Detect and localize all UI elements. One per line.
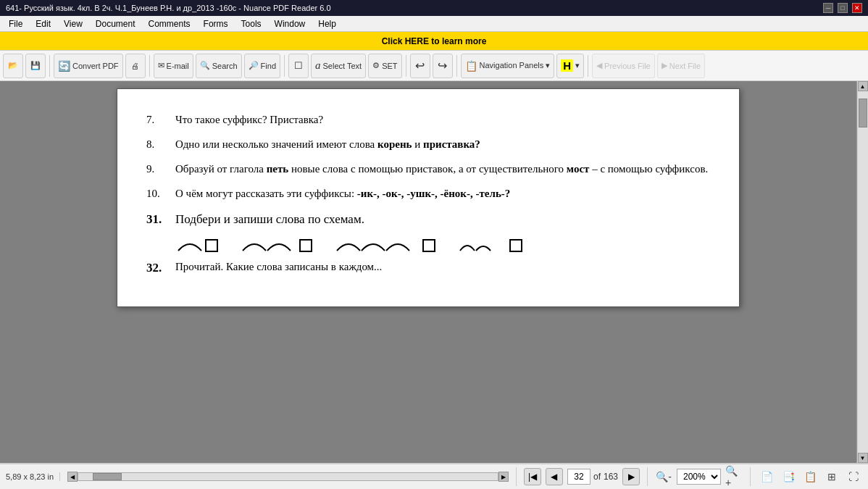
scroll-left-button[interactable]: ◀	[67, 472, 78, 482]
set-button[interactable]: ⚙ SET	[368, 54, 401, 78]
email-button[interactable]: ✉ E-mail	[154, 54, 193, 78]
scroll-up-button[interactable]: ▲	[858, 81, 868, 91]
pdf-page: 7. Что такое суффикс? Приставка? 8. Одно…	[117, 88, 740, 307]
minimize-button[interactable]: ─	[823, 3, 833, 13]
right-scrollbar: ▲ ▼	[856, 81, 868, 463]
list-item-7: 7. Что такое суффикс? Приставка?	[146, 111, 710, 128]
zoom-in-icon: 🔍+	[725, 465, 743, 488]
sep-2	[149, 55, 150, 77]
scheme-1	[175, 236, 218, 252]
next-file-label: Next File	[669, 62, 701, 70]
first-page-button[interactable]: |◀	[524, 468, 541, 485]
convert-pdf-button[interactable]: 🔄 Convert PDF	[54, 54, 123, 78]
zoom-select[interactable]: 50% 75% 100% 150% 200% 400%	[677, 469, 721, 485]
item-num-9: 9.	[146, 160, 175, 177]
scheme-box-2	[299, 239, 312, 252]
convert-label: Convert PDF	[72, 62, 119, 70]
save-button[interactable]: 💾	[25, 54, 46, 78]
item-num-8: 8.	[146, 135, 175, 153]
find-button[interactable]: 🔎 Find	[244, 54, 280, 78]
open-button[interactable]: 📂	[3, 54, 23, 78]
fullscreen-button[interactable]: ⛶	[845, 468, 862, 485]
zoom-out-icon: 🔍-	[656, 471, 672, 482]
print-button[interactable]: 🖨	[125, 54, 146, 78]
highlight-button[interactable]: H ▾	[556, 54, 584, 78]
scheme-row	[146, 236, 710, 252]
item-text-8: Одно или несколько значений имеют слова …	[175, 135, 710, 153]
sep-6	[588, 55, 588, 77]
hscroll-thumb[interactable]	[93, 473, 122, 480]
menu-document[interactable]: Document	[90, 17, 141, 30]
set-icon: ⚙	[372, 61, 380, 70]
menu-window[interactable]: Window	[269, 17, 312, 30]
next-page-button[interactable]: ▶	[622, 468, 640, 485]
item-num-7: 7.	[146, 111, 175, 128]
two-page-button[interactable]: 📋	[801, 468, 819, 485]
fullscreen-icon: ⛶	[848, 471, 859, 482]
sep-bottom-3	[750, 467, 751, 486]
email-icon: ✉	[158, 61, 164, 70]
window-controls: ─ □ ✕	[823, 3, 862, 13]
close-button[interactable]: ✕	[852, 3, 862, 13]
next-arrow-icon: ▶	[662, 61, 667, 70]
item-num-10: 10.	[146, 185, 175, 202]
item-num-31: 31.	[146, 209, 175, 229]
text-cursor-icon: a	[315, 59, 321, 72]
scheme-arc-1	[175, 236, 204, 252]
ad-bar[interactable]: Click HERE to learn more	[0, 32, 868, 51]
first-page-icon: |◀	[528, 472, 537, 482]
undo-icon: ↩	[415, 59, 425, 72]
single-page-icon: 📄	[761, 471, 773, 482]
menu-forms[interactable]: Forms	[198, 17, 234, 30]
list-item-10: 10. О чём могут рассказать эти суффиксы:…	[146, 185, 710, 202]
menu-edit[interactable]: Edit	[30, 17, 57, 30]
title-bar: 641- Русский язык. 4кл. В 2ч. Ч.1_Бунеев…	[0, 0, 868, 16]
sep-bottom-1	[516, 467, 517, 486]
zoom-in-button[interactable]: 🔍+	[725, 468, 743, 485]
menu-help[interactable]: Help	[312, 17, 342, 30]
list-item-9: 9. Образуй от глагола петь новые слова с…	[146, 160, 710, 177]
menu-file[interactable]: File	[3, 17, 28, 30]
next-page-icon: ▶	[628, 472, 635, 482]
set-label: SET	[382, 62, 397, 70]
menu-comments[interactable]: Comments	[143, 17, 196, 30]
undo-button[interactable]: ↩	[410, 54, 430, 78]
previous-file-button[interactable]: ◀ Previous File	[592, 54, 655, 78]
page-total: 163	[604, 472, 618, 482]
next-file-button[interactable]: ▶ Next File	[657, 54, 705, 78]
prev-page-button[interactable]: ◀	[546, 468, 563, 485]
scroll-down-button[interactable]: ▼	[858, 453, 868, 463]
item-text-10: О чём могут рассказать эти суффиксы: -ик…	[175, 185, 710, 202]
list-item-8: 8. Одно или несколько значений имеют сло…	[146, 135, 710, 153]
select-text-button[interactable]: a Select Text	[311, 54, 366, 78]
split-view-button[interactable]: ⊞	[823, 468, 840, 485]
scheme-2	[240, 236, 312, 252]
page-info: of 163	[567, 469, 618, 485]
redo-icon: ↪	[438, 59, 447, 72]
scroll-thumb[interactable]	[859, 99, 867, 128]
navigation-panels-button[interactable]: 📋 Navigation Panels ▾	[461, 54, 555, 78]
item-text-9: Образуй от глагола петь новые слова с по…	[175, 160, 710, 177]
item-text-32: Прочитай. Какие слова записаны в каждом.…	[175, 258, 710, 275]
menu-tools[interactable]: Tools	[235, 17, 267, 30]
sep-5	[456, 55, 457, 77]
email-label: E-mail	[167, 62, 189, 70]
menu-bar: File Edit View Document Comments Forms T…	[0, 16, 868, 32]
page-number-input[interactable]	[567, 469, 591, 485]
chevron-down-icon: ▾	[575, 61, 580, 70]
menu-view[interactable]: View	[58, 17, 88, 30]
print-icon: 🖨	[131, 62, 139, 70]
pdf-container: 7. Что такое суффикс? Приставка? 8. Одно…	[0, 81, 856, 463]
scheme-arcs-4	[457, 236, 508, 252]
scheme-box-4	[509, 239, 522, 252]
zoom-out-button[interactable]: 🔍-	[655, 468, 672, 485]
select-tool-button[interactable]: ☐	[288, 54, 309, 78]
continuous-page-button[interactable]: 📑	[780, 468, 797, 485]
scheme-box-1	[205, 239, 218, 252]
single-page-button[interactable]: 📄	[758, 468, 775, 485]
scroll-right-button[interactable]: ▶	[498, 472, 509, 482]
redo-button[interactable]: ↪	[433, 54, 453, 78]
maximize-button[interactable]: □	[838, 3, 848, 13]
folder-icon: 📂	[8, 61, 18, 70]
search-button[interactable]: 🔍 Search	[196, 54, 242, 78]
